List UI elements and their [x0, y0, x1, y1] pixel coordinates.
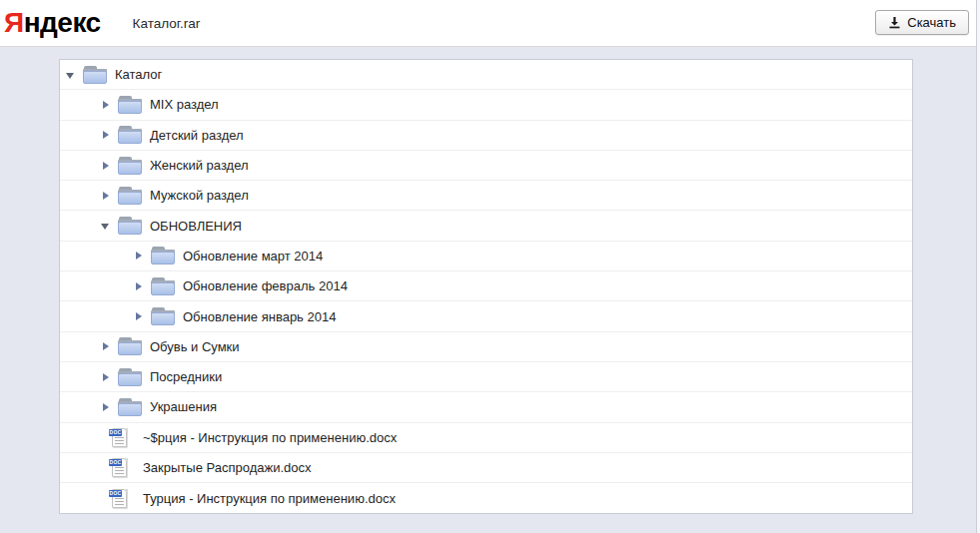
chevron-right-icon[interactable]: [134, 311, 144, 321]
tree-item-label: Обновление февраль 2014: [183, 278, 348, 293]
chevron-right-icon[interactable]: [101, 100, 111, 110]
tree-row-folder[interactable]: Каталог: [60, 60, 912, 90]
tree-row-folder[interactable]: Обувь и Сумки: [60, 332, 912, 362]
header: Яндекс Каталог.rar Скачать: [0, 0, 980, 47]
folder-icon: [151, 276, 175, 296]
tree-row-folder[interactable]: Обновление январь 2014: [60, 301, 912, 331]
chevron-right-icon[interactable]: [101, 191, 111, 201]
chevron-right-icon[interactable]: [101, 130, 111, 140]
folder-icon: [151, 306, 175, 326]
tree-item-label: MIX раздел: [150, 97, 219, 112]
archive-title: Каталог.rar: [133, 16, 201, 31]
yandex-logo-first-letter: Я: [4, 7, 24, 38]
doc-file-icon: DOC: [109, 488, 130, 509]
folder-icon: [118, 125, 142, 145]
chevron-down-icon[interactable]: [101, 221, 111, 231]
folder-icon: [83, 65, 107, 85]
tree-row-folder[interactable]: Женский раздел: [60, 151, 912, 181]
folder-icon: [151, 246, 175, 266]
tree-item-label: ~$рция - Инструкция по применению.docx: [143, 430, 397, 445]
tree-item-label: Закрытые Распродажи.docx: [143, 460, 312, 475]
tree-item-label: Турция - Инструкция по применению.docx: [143, 491, 396, 506]
tree-row-folder[interactable]: Обновление февраль 2014: [60, 271, 912, 301]
folder-icon: [118, 367, 142, 387]
tree-row-folder[interactable]: Детский раздел: [60, 121, 912, 151]
tree-row-folder[interactable]: Украшения: [60, 392, 912, 422]
tree-row-file[interactable]: DOCТурция - Инструкция по применению.doc…: [60, 483, 912, 513]
tree-item-label: Обновление январь 2014: [183, 309, 336, 324]
tree-item-label: Украшения: [150, 399, 217, 414]
chevron-right-icon[interactable]: [134, 251, 144, 261]
doc-file-icon: DOC: [109, 427, 130, 448]
download-button[interactable]: Скачать: [875, 10, 969, 35]
file-tree: КаталогMIX разделДетский разделЖенский р…: [59, 59, 913, 514]
tree-item-label: Обувь и Сумки: [150, 339, 240, 354]
download-icon: [888, 16, 901, 29]
chevron-right-icon[interactable]: [101, 402, 111, 412]
chevron-down-icon[interactable]: [66, 70, 76, 80]
yandex-logo-rest: ндекс: [24, 7, 101, 38]
tree-item-label: ОБНОВЛЕНИЯ: [150, 219, 242, 234]
tree-item-label: Детский раздел: [150, 128, 244, 143]
doc-file-icon: DOC: [109, 457, 130, 478]
folder-icon: [118, 156, 142, 176]
tree-row-folder[interactable]: ОБНОВЛЕНИЯ: [60, 211, 912, 241]
tree-row-folder[interactable]: Обновление март 2014: [60, 242, 912, 271]
tree-row-file[interactable]: DOC~$рция - Инструкция по применению.doc…: [60, 423, 912, 453]
folder-icon: [118, 95, 142, 115]
tree-row-folder[interactable]: Посредники: [60, 362, 912, 392]
folder-icon: [118, 336, 142, 356]
tree-item-label: Женский раздел: [150, 158, 249, 173]
chevron-right-icon[interactable]: [101, 341, 111, 351]
tree-item-label: Каталог: [115, 67, 162, 82]
scrollbar[interactable]: [976, 0, 980, 533]
folder-icon: [118, 216, 142, 236]
download-button-label: Скачать: [907, 15, 956, 30]
tree-row-file[interactable]: DOCЗакрытые Распродажи.docx: [60, 453, 912, 483]
tree-item-label: Обновление март 2014: [183, 249, 323, 264]
chevron-right-icon[interactable]: [101, 161, 111, 171]
folder-icon: [118, 186, 142, 206]
chevron-right-icon[interactable]: [134, 281, 144, 291]
folder-icon: [118, 397, 142, 417]
tree-item-label: Мужской раздел: [150, 188, 249, 203]
tree-row-folder[interactable]: MIX раздел: [60, 90, 912, 120]
yandex-logo[interactable]: Яндекс: [4, 9, 101, 37]
tree-item-label: Посредники: [150, 369, 222, 384]
chevron-right-icon[interactable]: [101, 372, 111, 382]
tree-row-folder[interactable]: Мужской раздел: [60, 181, 912, 211]
